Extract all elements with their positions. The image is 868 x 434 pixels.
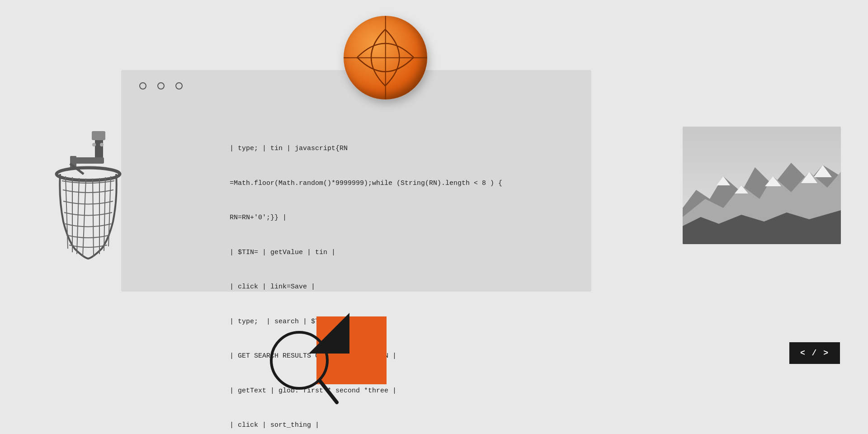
svg-point-15 — [100, 143, 104, 146]
svg-line-26 — [320, 381, 337, 402]
svg-line-12 — [108, 176, 111, 246]
code-line-3: RN=RN+'0';}} | — [230, 212, 502, 224]
basketball-lines-svg — [344, 16, 427, 99]
hoop-svg — [25, 131, 151, 303]
svg-line-7 — [77, 178, 79, 254]
svg-line-8 — [83, 179, 86, 257]
svg-point-14 — [92, 143, 96, 146]
svg-rect-13 — [92, 131, 105, 140]
code-badge: < / > — [789, 342, 840, 364]
svg-line-9 — [93, 179, 94, 257]
code-panel: | type; | tin | javascript{RN =Math.floo… — [121, 70, 591, 292]
maximize-dot — [175, 82, 183, 90]
code-line-1: | type; | tin | javascript{RN — [230, 143, 502, 155]
code-line-9: | click | sort_thing | — [230, 420, 502, 431]
mountain-image — [683, 127, 841, 244]
window-controls — [139, 82, 183, 90]
code-line-2: =Math.floor(Math.random()*9999999);while… — [230, 178, 502, 189]
minimize-dot — [157, 82, 165, 90]
mountain-svg — [683, 127, 841, 244]
search-magnifier — [267, 328, 341, 409]
basketball-hoop — [25, 131, 151, 303]
close-dot — [139, 82, 146, 90]
magnifier-svg — [267, 328, 341, 407]
basketball-image — [344, 16, 427, 99]
code-line-5: | click | link=Save | — [230, 281, 502, 293]
code-badge-label: < / > — [800, 349, 829, 358]
code-line-4: | $TIN= | getValue | tin | — [230, 247, 502, 259]
